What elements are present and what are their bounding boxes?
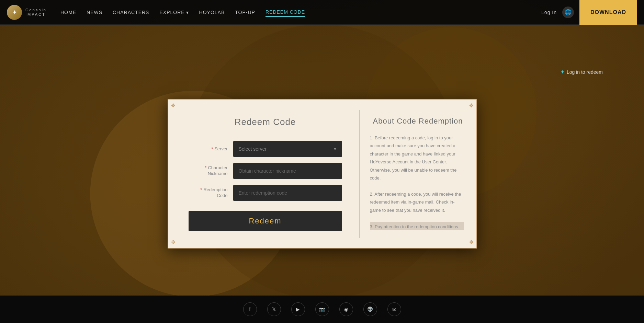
footer: f 𝕏 ▶ 📷 ◉ 👽 ✉	[0, 296, 644, 323]
social-hoyo[interactable]: ✉	[387, 302, 401, 316]
info-paragraph-1: 1. Before redeeming a code, log in to yo…	[370, 134, 464, 182]
navbar-left: ✦ Genshin IMPACT HOME NEWS CHARACTERS EX…	[7, 5, 305, 20]
modal-right-panel: About Code Redemption 1. Before redeemin…	[360, 100, 476, 248]
modal-left-panel: Redeem Code *Server Select server Americ…	[168, 100, 359, 248]
login-to-redeem-text: Log in to redeem	[567, 69, 603, 75]
info-paragraph-2: 2. After redeeming a code, you will rece…	[370, 190, 464, 214]
info-paragraph-3: 3. Pay attention to the redemption condi…	[370, 222, 464, 230]
character-nickname-input[interactable]	[233, 163, 342, 179]
nav-links: HOME NEWS CHARACTERS EXPLORE ▾ HoYoLAB T…	[60, 8, 305, 17]
right-panel-title: About Code Redemption	[370, 117, 466, 126]
nav-characters[interactable]: CHARACTERS	[113, 8, 149, 16]
character-nickname-row: *CharacterNickname	[189, 163, 342, 179]
required-star: *	[211, 146, 213, 151]
nav-redeem-code[interactable]: REDEEM CODE	[265, 8, 305, 17]
navbar: ✦ Genshin IMPACT HOME NEWS CHARACTERS EX…	[0, 0, 644, 25]
nav-topup[interactable]: TOP-UP	[235, 8, 255, 16]
logo-line1: Genshin	[25, 8, 47, 12]
server-label: *Server	[189, 146, 233, 152]
social-facebook[interactable]: f	[243, 302, 257, 316]
nav-home[interactable]: HOME	[60, 8, 76, 16]
logo-line2: IMPACT	[25, 12, 47, 16]
redeem-modal: ❖ ❖ Redeem Code *Server Select server Am…	[168, 99, 477, 249]
character-nickname-label: *CharacterNickname	[189, 165, 233, 177]
redemption-code-row: *RedemptionCode	[189, 185, 342, 201]
download-button[interactable]: Download	[579, 0, 637, 25]
chevron-down-icon: ▾	[186, 10, 189, 15]
nav-news[interactable]: NEWS	[87, 8, 102, 16]
redemption-code-input[interactable]	[233, 185, 342, 201]
social-reddit[interactable]: 👽	[363, 302, 377, 316]
redemption-info[interactable]: 1. Before redeeming a code, log in to yo…	[370, 134, 466, 230]
server-select[interactable]: Select server America Europe Asia TW/HK/…	[233, 141, 342, 157]
globe-icon[interactable]: 🌐	[562, 7, 574, 18]
navbar-right: Log In 🌐 Download	[541, 0, 637, 25]
redemption-code-label: *RedemptionCode	[189, 187, 233, 199]
nav-hoyolab[interactable]: HoYoLAB	[199, 8, 225, 16]
logo-avatar: ✦	[7, 5, 22, 20]
modal-title: Redeem Code	[235, 117, 296, 127]
social-discord[interactable]: ◉	[339, 302, 353, 316]
nav-explore-label: EXPLORE	[159, 10, 184, 15]
social-instagram[interactable]: 📷	[315, 302, 329, 316]
nav-explore[interactable]: EXPLORE ▾	[159, 8, 189, 16]
server-row: *Server Select server America Europe Asi…	[189, 141, 342, 157]
corner-decoration-bl: ❖	[171, 239, 176, 245]
redeem-button[interactable]: Redeem	[189, 211, 342, 231]
logo: ✦ Genshin IMPACT	[7, 5, 47, 20]
social-youtube[interactable]: ▶	[291, 302, 305, 316]
social-twitter[interactable]: 𝕏	[267, 302, 281, 316]
hero: ✦ Log in to redeem ❖ ❖ Redeem Code *Serv…	[0, 0, 644, 323]
required-star-3: *	[200, 187, 202, 192]
login-button[interactable]: Log In	[541, 10, 557, 15]
server-select-wrapper: Select server America Europe Asia TW/HK/…	[233, 141, 342, 157]
login-to-redeem[interactable]: ✦ Log in to redeem	[560, 69, 603, 75]
logo-text: Genshin IMPACT	[25, 8, 47, 16]
star-icon: ✦	[560, 69, 565, 75]
modal-overlay: ❖ ❖ Redeem Code *Server Select server Am…	[168, 99, 477, 249]
required-star-2: *	[205, 165, 206, 170]
